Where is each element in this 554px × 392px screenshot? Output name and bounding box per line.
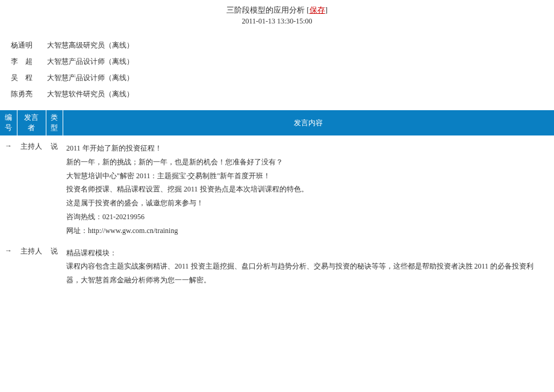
td-type: 说 (46, 135, 63, 240)
participant-row: 吴程大智慧产品设计师（离线） (11, 73, 554, 83)
participant-role: 大智慧软件研究员（离线） (47, 89, 134, 99)
td-type: 说 (46, 240, 63, 290)
content-line: 精品课程模块： (66, 246, 544, 260)
td-id: → (0, 240, 17, 290)
page-title: 三阶段模型的应用分析 (226, 5, 305, 14)
td-content: 精品课程模块：课程内容包含主题实战案例精讲、2011 投资主题挖掘、盘口分析与趋… (63, 240, 554, 290)
participant-row: 陈勇亮大智慧软件研究员（离线） (11, 89, 554, 99)
page-title-row: 三阶段模型的应用分析 [保存] (0, 5, 554, 16)
participant-role: 大智慧产品设计师（离线） (47, 57, 134, 67)
bracket-close: ] (325, 5, 328, 14)
participant-name: 陈勇亮 (11, 89, 47, 99)
content-line: 新的一年，新的挑战；新的一年，也是新的机会！您准备好了没有？ (66, 155, 544, 169)
page-header: 三阶段模型的应用分析 [保存] 2011-01-13 13:30-15:00 (0, 0, 554, 30)
participant-name: 李超 (11, 57, 47, 67)
th-speaker: 发言者 (17, 110, 46, 135)
content-line: 大智慧培训中心"解密 2011：主题掘宝·交易制胜"新年首度开班！ (66, 169, 544, 183)
page-datetime: 2011-01-13 13:30-15:00 (0, 17, 554, 26)
td-speaker: 主持人 (17, 135, 46, 240)
td-speaker: 主持人 (17, 240, 46, 290)
participant-name: 吴程 (11, 73, 47, 83)
content-line: 课程内容包含主题实战案例精讲、2011 投资主题挖掘、盘口分析与趋势分析、交易与… (66, 260, 544, 287)
th-content: 发言内容 (63, 110, 554, 135)
table-header-row: 编号 发言者 类型 发言内容 (0, 110, 554, 135)
content-line: 2011 年开始了新的投资征程！ (66, 142, 544, 155)
message-table: 编号 发言者 类型 发言内容 →主持人说2011 年开始了新的投资征程！新的一年… (0, 110, 554, 290)
save-link[interactable]: 保存 (310, 5, 325, 14)
table-row: →主持人说精品课程模块：课程内容包含主题实战案例精讲、2011 投资主题挖掘、盘… (0, 240, 554, 290)
td-content: 2011 年开始了新的投资征程！新的一年，新的挑战；新的一年，也是新的机会！您准… (63, 135, 554, 240)
participant-row: 李超大智慧产品设计师（离线） (11, 57, 554, 67)
content-line: 咨询热线：021-20219956 (66, 210, 544, 224)
content-line: 投资名师授课、精品课程设置、挖掘 2011 投资热点是本次培训课程的特色。 (66, 182, 544, 196)
content-line: 网址：http://www.gw.com.cn/training (66, 224, 544, 238)
participant-role: 大智慧产品设计师（离线） (47, 73, 134, 83)
th-type: 类型 (46, 110, 63, 135)
content-line: 这是属于投资者的盛会，诚邀您前来参与！ (66, 196, 544, 210)
table-row: →主持人说2011 年开始了新的投资征程！新的一年，新的挑战；新的一年，也是新的… (0, 135, 554, 240)
participant-role: 大智慧高级研究员（离线） (47, 40, 134, 51)
table-body: →主持人说2011 年开始了新的投资征程！新的一年，新的挑战；新的一年，也是新的… (0, 135, 554, 290)
th-id: 编号 (0, 110, 17, 135)
td-id: → (0, 135, 17, 240)
participant-row: 杨通明大智慧高级研究员（离线） (11, 40, 554, 51)
participant-list: 杨通明大智慧高级研究员（离线）李超大智慧产品设计师（离线）吴程大智慧产品设计师（… (11, 40, 554, 99)
participant-name: 杨通明 (11, 40, 47, 51)
